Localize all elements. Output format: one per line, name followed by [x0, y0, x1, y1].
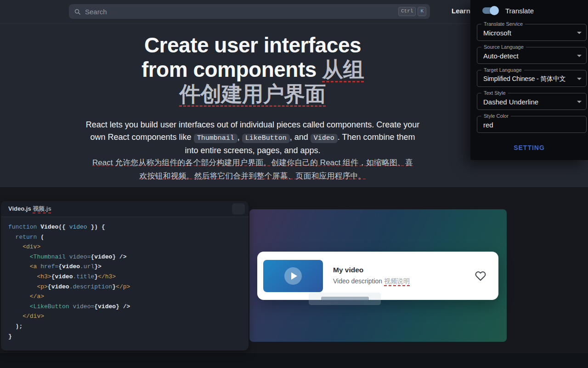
paragraph-text: , and — [290, 132, 311, 142]
search-icon — [74, 8, 81, 15]
like-button[interactable] — [475, 270, 486, 282]
hero-title: Create user interfacesfrom components 从组… — [0, 33, 505, 106]
chevron-down-icon — [577, 78, 582, 80]
code-line: <Thumbnail video={video} /> — [8, 252, 249, 262]
chevron-down-icon — [577, 101, 582, 103]
search-placeholder: Search — [85, 8, 107, 16]
tab-video-js[interactable]: Video.js 视频.js — [8, 205, 51, 213]
inline-code: LikeButton — [242, 134, 290, 143]
footer-bar — [0, 352, 588, 368]
paragraph-text: , — [237, 132, 242, 142]
field-label: Source Language — [481, 44, 526, 50]
key-ctrl: Ctrl — [398, 7, 416, 16]
video-description-en: Video description — [333, 277, 384, 285]
field-label: Style Color — [481, 113, 511, 119]
play-icon — [291, 272, 297, 280]
video-description: Video description 视频说明 — [333, 277, 475, 286]
code-line: function Video({ video }) { — [8, 222, 249, 232]
code-editor: Video.js 视频.js function Video({ video })… — [1, 201, 249, 351]
heart-outline-icon — [475, 270, 486, 282]
translate-toggle-label: Translate — [505, 7, 534, 15]
code-line: } — [8, 332, 249, 342]
preview-panel: My video Video description 视频说明 — [249, 209, 507, 342]
code-line: <div> — [8, 242, 249, 252]
field-translate-service[interactable]: Translate Service Microsoft — [477, 24, 587, 41]
ghost-tooltip — [309, 293, 381, 305]
code-content[interactable]: function Video({ video }) { return ( <di… — [1, 217, 249, 341]
field-label: Text Style — [481, 90, 508, 96]
field-label: Target Language — [481, 67, 524, 73]
search-shortcut: Ctrl K — [398, 7, 426, 16]
chevron-down-icon — [577, 55, 582, 57]
code-line: ); — [8, 322, 249, 332]
field-value: Microsoft — [483, 29, 511, 37]
field-label: Translate Service — [481, 21, 525, 27]
chevron-down-icon — [577, 32, 582, 34]
play-button[interactable] — [284, 267, 302, 285]
search-input[interactable]: Search Ctrl K — [69, 4, 430, 19]
code-line: <LikeButton video={video} /> — [8, 302, 249, 312]
ghost-tooltip-text — [321, 297, 369, 301]
code-line: </a> — [8, 292, 249, 302]
hero-paragraph-translated: React 允许您从称为组件的各个部分构建用户界面。创建你自己的 React 组… — [92, 156, 413, 183]
video-card-text: My video Video description 视频说明 — [333, 266, 475, 286]
code-line: <h3>{video.title}</h3> — [8, 272, 249, 282]
toggle-thumb — [490, 6, 499, 15]
title-translated-text: 件创建用户界面 — [180, 82, 326, 106]
field-source-language[interactable]: Source Language Auto-detect — [477, 47, 587, 64]
inline-code: Video — [311, 134, 338, 143]
title-translated-text: 从组 — [322, 58, 364, 81]
nav-item-learn[interactable]: Learn — [452, 7, 470, 15]
hero-paragraph: React lets you build user interfaces out… — [83, 119, 423, 157]
field-value: red — [483, 121, 493, 129]
code-line: <p>{video.description}</p> — [8, 282, 249, 292]
field-value: Auto-detect — [483, 52, 519, 60]
field-text-style[interactable]: Text Style Dashed Underline — [477, 93, 587, 110]
hero-title-line: from components 从组 — [0, 58, 505, 82]
hero-title-line: Create user interfaces — [0, 33, 505, 58]
video-thumbnail[interactable] — [263, 260, 323, 292]
field-value: Simplified Chinese - 简体中文 — [483, 75, 565, 83]
translate-panel: Translate Translate Service Microsoft So… — [470, 0, 588, 160]
title-text: Create user interfaces — [144, 33, 361, 57]
field-target-language[interactable]: Target Language Simplified Chinese - 简体中… — [477, 70, 587, 87]
editor-tab-bar: Video.js 视频.js — [1, 201, 249, 217]
title-text: from components — [141, 58, 322, 81]
field-value: Dashed Underline — [483, 98, 538, 106]
setting-button[interactable]: SETTING — [514, 144, 545, 151]
code-line: <a href={video.url}> — [8, 262, 249, 272]
hero-title-line: 件创建用户界面 — [0, 82, 505, 106]
translate-fields: Translate Service Microsoft Source Langu… — [470, 24, 588, 133]
tab-bar-ghost — [232, 203, 245, 214]
tab-filename-translated: 视频.js — [33, 205, 51, 212]
code-line: </div> — [8, 311, 249, 322]
translate-toggle[interactable] — [481, 6, 499, 15]
page: Search Ctrl K Learn Translate Translate … — [0, 0, 588, 368]
translate-toggle-row: Translate — [481, 6, 588, 15]
key-k: K — [418, 7, 426, 16]
video-description-translated: 视频说明 — [384, 277, 410, 285]
inline-code: Thumbnail — [194, 134, 237, 143]
field-style-color[interactable]: Style Color red — [477, 116, 587, 133]
tab-filename: Video.js — [8, 205, 33, 212]
video-title: My video — [333, 266, 475, 274]
code-line: return ( — [8, 232, 249, 242]
